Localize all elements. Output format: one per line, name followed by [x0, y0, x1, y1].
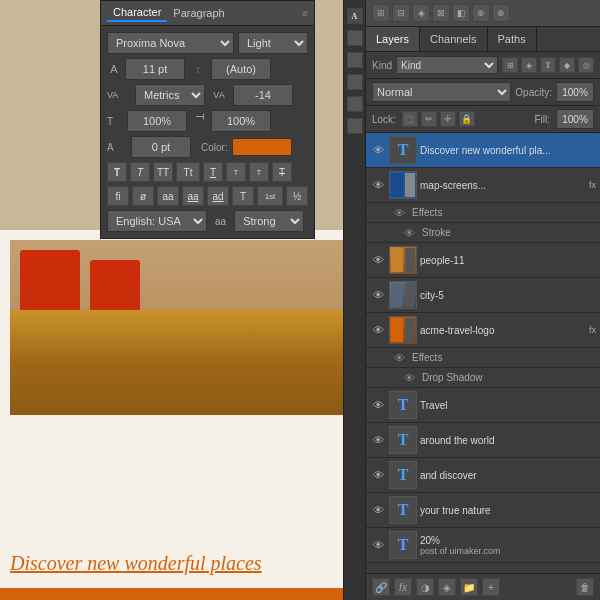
glyph-o[interactable]: ø — [132, 186, 154, 206]
style-btn-tt2[interactable]: Tt — [176, 162, 200, 182]
style-btn-t1[interactable]: T — [226, 162, 246, 182]
discover-text[interactable]: Discover new wonderful places — [10, 552, 262, 575]
tab-layers[interactable]: Layers — [366, 27, 420, 51]
canvas-area: Discover new wonderful places — [0, 230, 365, 600]
font-family-select[interactable]: Proxima Nova — [107, 32, 234, 54]
layer-item-discover[interactable]: 👁 T Discover new wonderful pla... — [366, 133, 600, 168]
tab-paths[interactable]: Paths — [488, 27, 537, 51]
eye-dropshadow[interactable]: 👁 — [404, 372, 415, 384]
layer-item-nature[interactable]: 👁 T your true nature — [366, 493, 600, 528]
glyph-T[interactable]: T — [232, 186, 254, 206]
layer-item-map[interactable]: 👁 map-screens... fx — [366, 168, 600, 203]
panel-icon-1[interactable]: ⊞ — [372, 4, 390, 22]
eye-and-discover[interactable]: 👁 — [370, 467, 386, 483]
language-select[interactable]: English: USA — [107, 210, 207, 232]
tracking-input[interactable]: -14 — [233, 84, 293, 106]
eye-logo[interactable]: 👁 — [370, 322, 386, 338]
baseline-input[interactable]: 0 pt — [131, 136, 191, 158]
thumb-people — [389, 246, 417, 274]
tool-btn-4[interactable] — [347, 96, 363, 112]
layer-item-20pct[interactable]: 👁 T 20% post of uimaker.com — [366, 528, 600, 563]
kind-select[interactable]: Kind — [396, 56, 498, 74]
eye-effects-logo[interactable]: 👁 — [394, 352, 405, 364]
type-tool-btn[interactable]: A — [347, 8, 363, 24]
leading-input[interactable]: (Auto) — [211, 58, 271, 80]
tool-btn-2[interactable] — [347, 52, 363, 68]
link-btn[interactable]: 🔗 — [372, 578, 390, 596]
glyph-1st[interactable]: 1st — [257, 186, 283, 206]
scale-v-input[interactable]: 100% — [211, 110, 271, 132]
glyph-aa2[interactable]: aa — [182, 186, 204, 206]
panel-icon-3[interactable]: ◈ — [412, 4, 430, 22]
lock-position-icon[interactable]: ✛ — [440, 111, 456, 127]
font-size-input[interactable]: 11 pt — [125, 58, 185, 80]
glyph-half[interactable]: ½ — [286, 186, 308, 206]
layer-name-logo: acme-travel-logo — [420, 325, 584, 336]
layer-item-and-discover[interactable]: 👁 T and discover — [366, 458, 600, 493]
lock-pixels-icon[interactable]: ✏ — [421, 111, 437, 127]
tab-paragraph[interactable]: Paragraph — [167, 5, 230, 21]
layer-item-people[interactable]: 👁 people-11 — [366, 243, 600, 278]
layer-item-travel[interactable]: 👁 T Travel — [366, 388, 600, 423]
antialias-select[interactable]: Strong — [234, 210, 304, 232]
layer-item-logo[interactable]: 👁 acme-travel-logo fx — [366, 313, 600, 348]
panel-icon-5[interactable]: ◧ — [452, 4, 470, 22]
folder-btn[interactable]: 📁 — [460, 578, 478, 596]
eye-nature[interactable]: 👁 — [370, 502, 386, 518]
glyph-fi[interactable]: fi — [107, 186, 129, 206]
tab-character[interactable]: Character — [107, 4, 167, 22]
opacity-input[interactable]: 100% — [556, 82, 594, 102]
eye-effects-map[interactable]: 👁 — [394, 207, 405, 219]
panel-menu-icon[interactable]: ≡ — [302, 8, 308, 19]
panel-icon-2[interactable]: ⊟ — [392, 4, 410, 22]
fx-btn[interactable]: fx — [394, 578, 412, 596]
kind-shape-icon[interactable]: ◆ — [559, 57, 575, 73]
kind-type-icon[interactable]: T — [540, 57, 556, 73]
font-style-select[interactable]: Light — [238, 32, 308, 54]
glyph-ad[interactable]: ad — [207, 186, 229, 206]
eye-around[interactable]: 👁 — [370, 432, 386, 448]
eye-people[interactable]: 👁 — [370, 252, 386, 268]
scale-h-input[interactable]: 100% — [127, 110, 187, 132]
tracking-icon: VA — [209, 90, 229, 100]
adj-btn[interactable]: ◈ — [438, 578, 456, 596]
eye-city[interactable]: 👁 — [370, 287, 386, 303]
delete-btn[interactable]: 🗑 — [576, 578, 594, 596]
kind-icons: ⊞ ◈ T ◆ ◎ — [502, 57, 594, 73]
tool-btn-3[interactable] — [347, 74, 363, 90]
layer-fx-logo[interactable]: fx — [589, 325, 596, 335]
lock-all-icon[interactable]: 🔒 — [459, 111, 475, 127]
style-btn-strike[interactable]: T — [272, 162, 292, 182]
kind-smart-icon[interactable]: ◎ — [578, 57, 594, 73]
eye-20pct[interactable]: 👁 — [370, 537, 386, 553]
style-btn-italic[interactable]: T — [130, 162, 150, 182]
layer-info-nature: your true nature — [420, 505, 596, 516]
blend-mode-select[interactable]: Normal — [372, 82, 511, 102]
style-btn-underline[interactable]: T — [203, 162, 223, 182]
layer-item-around[interactable]: 👁 T around the world — [366, 423, 600, 458]
kerning-select[interactable]: Metrics — [135, 84, 205, 106]
color-swatch[interactable] — [232, 138, 292, 156]
eye-discover[interactable]: 👁 — [370, 142, 386, 158]
eye-map[interactable]: 👁 — [370, 177, 386, 193]
eye-stroke[interactable]: 👁 — [404, 227, 415, 239]
mask-btn[interactable]: ◑ — [416, 578, 434, 596]
tool-btn-5[interactable] — [347, 118, 363, 134]
style-btn-bold[interactable]: T — [107, 162, 127, 182]
kind-adjust-icon[interactable]: ◈ — [521, 57, 537, 73]
layer-fx-map[interactable]: fx — [589, 180, 596, 190]
panel-icon-6[interactable]: ⊕ — [472, 4, 490, 22]
tab-channels[interactable]: Channels — [420, 27, 487, 51]
panel-icon-4[interactable]: ⊠ — [432, 4, 450, 22]
fill-input[interactable]: 100% — [556, 109, 594, 129]
eye-travel[interactable]: 👁 — [370, 397, 386, 413]
new-layer-btn[interactable]: + — [482, 578, 500, 596]
style-btn-tt[interactable]: TT — [153, 162, 173, 182]
tool-btn-1[interactable] — [347, 30, 363, 46]
glyph-aa[interactable]: aa — [157, 186, 179, 206]
panel-icon-7[interactable]: ⊗ — [492, 4, 510, 22]
layer-item-city[interactable]: 👁 city-5 — [366, 278, 600, 313]
lock-transparent-icon[interactable]: ⬚ — [402, 111, 418, 127]
style-btn-t2[interactable]: T — [249, 162, 269, 182]
kind-pixel-icon[interactable]: ⊞ — [502, 57, 518, 73]
